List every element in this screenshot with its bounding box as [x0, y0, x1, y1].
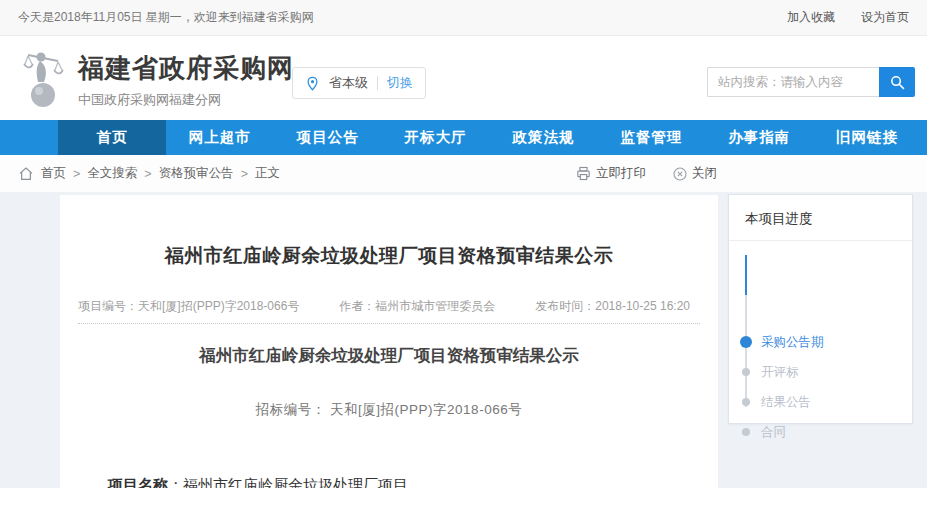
close-button[interactable]: 关闭: [672, 165, 717, 182]
project-name-line: 项目名称：福州市红庙岭厨余垃圾处理厂项目: [108, 476, 408, 488]
breadcrumb-separator: >: [144, 167, 151, 181]
article-body-title: 福州市红庙岭厨余垃圾处理厂项目资格预审结果公示: [60, 345, 718, 367]
nav-item-project-notices[interactable]: 项目公告: [274, 120, 382, 155]
bid-number-line: 招标编号： 天和[厦]招(PPP)字2018-066号: [60, 401, 718, 419]
print-button[interactable]: 立即打印: [575, 165, 646, 182]
step-dot: [742, 368, 750, 376]
site-title: 福建省政府采购网: [78, 51, 294, 86]
step-dot: [742, 398, 750, 406]
breadcrumb-bar: 首页 > 全文搜索 > 资格预审公告 > 正文 立即打印: [0, 155, 927, 192]
step-label: 结果公告: [761, 394, 811, 411]
site-titles: 福建省政府采购网 中国政府采购网福建分网: [78, 51, 294, 109]
progress-step-result-notice: 结果公告: [729, 395, 912, 409]
article-title: 福州市红庙岭厨余垃圾处理厂项目资格预审结果公示: [60, 243, 718, 269]
breadcrumb-separator: >: [241, 167, 248, 181]
printer-icon: [575, 165, 592, 182]
progress-step-procurement-notice: 采购公告期: [729, 335, 912, 349]
switch-region-link[interactable]: 切换: [387, 74, 413, 92]
region-switcher[interactable]: 省本级 切换: [292, 67, 426, 99]
breadcrumb-separator: >: [73, 167, 80, 181]
site-header: 福建省政府采购网 中国政府采购网福建分网 省本级 切换: [0, 36, 927, 120]
set-homepage-link[interactable]: 设为首页: [861, 9, 909, 26]
close-label: 关闭: [692, 165, 717, 182]
progress-panel-title: 本项目进度: [729, 195, 912, 241]
welcome-date-text: 今天是2018年11月05日 星期一，欢迎来到福建省采购网: [18, 9, 314, 26]
balance-statue-icon: [20, 95, 66, 112]
publish-time: 发布时间：2018-10-25 16:20: [535, 298, 690, 315]
site-subtitle: 中国政府采购网福建分网: [78, 91, 294, 109]
breadcrumb-current: 正文: [255, 165, 280, 182]
project-number: 项目编号：天和[厦]招(PPP)字2018-066号: [78, 298, 299, 315]
step-label: 合同: [761, 424, 786, 441]
content-area: 福州市红庙岭厨余垃圾处理厂项目资格预审结果公示 项目编号：天和[厦]招(PPP)…: [0, 192, 927, 488]
site-search: [707, 67, 915, 97]
divider: [377, 76, 378, 90]
project-progress-panel: 本项目进度 采购公告期 开评标 结果公告 合同: [728, 194, 913, 424]
search-icon: [889, 74, 906, 91]
topbar-links: 加入收藏 设为首页: [787, 9, 909, 26]
progress-step-bid-evaluation: 开评标: [729, 365, 912, 379]
breadcrumb-fulltext-search[interactable]: 全文搜索: [87, 165, 137, 182]
topbar: 今天是2018年11月05日 星期一，欢迎来到福建省采购网 加入收藏 设为首页: [0, 0, 927, 36]
search-button[interactable]: [879, 67, 915, 97]
step-label: 采购公告期: [761, 334, 824, 351]
print-label: 立即打印: [596, 165, 646, 182]
progress-step-contract: 合同: [729, 425, 912, 439]
location-pin-icon: [305, 76, 320, 91]
main-nav: 首页 网上超市 项目公告 开标大厅 政策法规 监督管理 办事指南 旧网链接: [0, 120, 927, 155]
article-panel: 福州市红庙岭厨余垃圾处理厂项目资格预审结果公示 项目编号：天和[厦]招(PPP)…: [60, 195, 718, 488]
step-dot-active: [740, 336, 752, 348]
progress-timeline: 采购公告期 开评标 结果公告 合同: [729, 241, 912, 419]
page-actions: 立即打印 关闭: [575, 165, 717, 182]
breadcrumb-prequalification-notice[interactable]: 资格预审公告: [159, 165, 234, 182]
project-name-value: ：福州市红庙岭厨余垃圾处理厂项目: [168, 477, 408, 488]
timeline-progress: [745, 255, 747, 295]
project-name-label: 项目名称: [108, 477, 168, 488]
nav-item-supervision[interactable]: 监督管理: [597, 120, 705, 155]
search-input[interactable]: [707, 67, 879, 97]
nav-item-policies[interactable]: 政策法规: [490, 120, 598, 155]
article-author: 作者：福州市城市管理委员会: [339, 298, 495, 315]
page: 今天是2018年11月05日 星期一，欢迎来到福建省采购网 加入收藏 设为首页: [0, 0, 927, 517]
breadcrumb-home[interactable]: 首页: [41, 165, 66, 182]
nav-item-old-site-link[interactable]: 旧网链接: [813, 120, 921, 155]
nav-item-service-guide[interactable]: 办事指南: [705, 120, 813, 155]
add-favorite-link[interactable]: 加入收藏: [787, 9, 835, 26]
nav-item-bid-opening-hall[interactable]: 开标大厅: [382, 120, 490, 155]
close-circle-icon: [672, 166, 688, 182]
nav-item-home[interactable]: 首页: [58, 120, 166, 155]
meta-divider: [78, 323, 700, 324]
home-icon: [18, 166, 34, 182]
region-label: 省本级: [329, 74, 368, 92]
step-label: 开评标: [761, 364, 799, 381]
step-dot: [742, 428, 750, 436]
article-meta: 项目编号：天和[厦]招(PPP)字2018-066号 作者：福州市城市管理委员会…: [78, 298, 690, 315]
site-logo: [20, 47, 66, 113]
nav-item-online-mall[interactable]: 网上超市: [166, 120, 274, 155]
